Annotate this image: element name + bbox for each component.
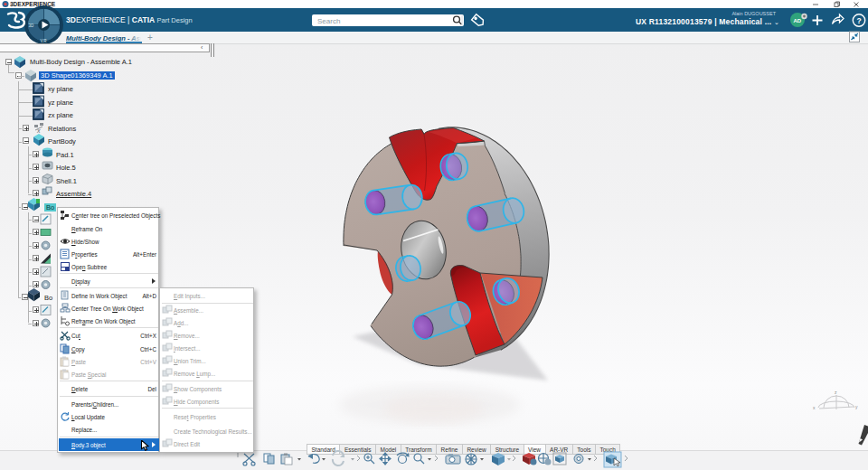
svg-text:AD: AD: [794, 18, 802, 24]
svg-text:x: x: [813, 405, 816, 410]
svg-text:x: x: [36, 127, 41, 134]
svg-text:?: ?: [857, 16, 862, 25]
svg-text:y: y: [855, 404, 858, 409]
svg-text:z: z: [835, 390, 837, 395]
